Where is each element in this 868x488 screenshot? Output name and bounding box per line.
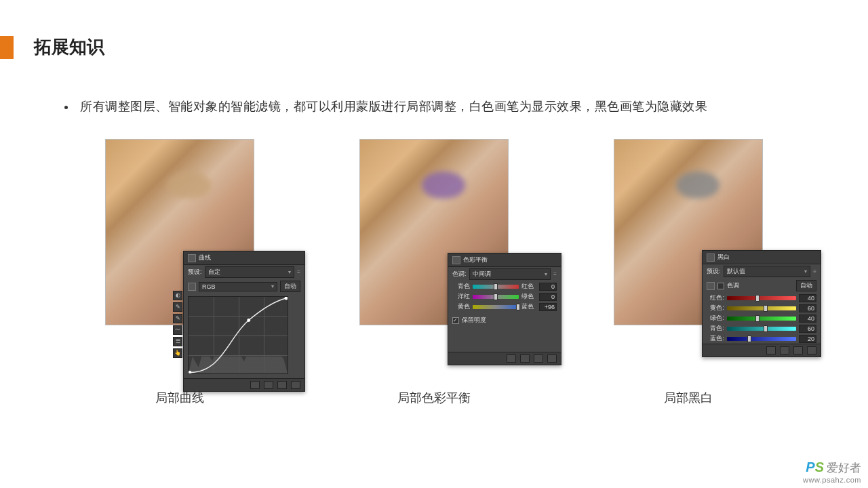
retouch-patch-3 bbox=[676, 171, 719, 199]
black-white-panel[interactable]: 黑白 预设: 默认值 ▾ ≡ 色调 bbox=[702, 250, 821, 357]
footer-icon[interactable] bbox=[520, 354, 530, 363]
footer-icon[interactable] bbox=[766, 346, 776, 354]
example-color-balance: 色彩平衡 色调: 中间调 ▾ ≡ 青色红色0洋红绿色0黄色蓝色+96 保留明度 bbox=[319, 139, 549, 406]
bw-value[interactable]: 20 bbox=[799, 335, 816, 343]
slider-thumb[interactable] bbox=[494, 283, 498, 290]
watermark-url: www.psahz.com bbox=[803, 476, 861, 484]
balance-icon bbox=[452, 256, 460, 264]
tool-icon[interactable]: ✎ bbox=[173, 302, 182, 312]
footer-icon[interactable] bbox=[534, 354, 543, 363]
cb-slider-row: 洋红绿色0 bbox=[448, 291, 561, 302]
tool-icon[interactable]: ◐ bbox=[173, 291, 182, 300]
bw-slider-row: 蓝色:20 bbox=[703, 333, 821, 344]
cb-right-label: 绿色 bbox=[521, 292, 536, 301]
preset-label: 预设: bbox=[188, 268, 202, 277]
bw-preset-row: 预设: 默认值 ▾ ≡ bbox=[703, 264, 821, 279]
slider-thumb[interactable] bbox=[516, 304, 520, 310]
chevron-down-icon: ▾ bbox=[271, 283, 274, 289]
cb-right-label: 蓝色 bbox=[521, 302, 536, 311]
bw-auto-button[interactable]: 自动 bbox=[796, 280, 816, 291]
slide-title: 拓展知识 bbox=[34, 35, 104, 59]
cb-left-label: 黄色 bbox=[452, 302, 470, 311]
example-columns: ◐ ✎ ✎ 〜 ☰ 👆 曲线 预设: 自定 bbox=[0, 139, 868, 406]
bw-value[interactable]: 40 bbox=[799, 294, 816, 302]
slider-thumb[interactable] bbox=[755, 295, 760, 302]
bw-value[interactable]: 60 bbox=[799, 325, 816, 333]
cb-spacer bbox=[448, 329, 561, 352]
finger-icon[interactable] bbox=[188, 283, 196, 291]
retouch-patch-1 bbox=[167, 171, 211, 199]
bw-preset-select[interactable]: 默认值 ▾ bbox=[724, 266, 811, 277]
footer-icon[interactable] bbox=[547, 354, 557, 363]
bw-slider[interactable] bbox=[727, 337, 796, 341]
cb-right-label: 红色 bbox=[521, 282, 536, 291]
bw-value[interactable]: 40 bbox=[799, 314, 816, 323]
cb-slider[interactable] bbox=[473, 285, 519, 289]
panel-menu-icon[interactable]: ≡ bbox=[297, 269, 300, 275]
footer-icon[interactable] bbox=[507, 354, 516, 363]
caption-3: 局部黑白 bbox=[664, 390, 713, 406]
color-balance-panel[interactable]: 色彩平衡 色调: 中间调 ▾ ≡ 青色红色0洋红绿色0黄色蓝色+96 保留明度 bbox=[448, 253, 561, 365]
caption-2: 局部色彩平衡 bbox=[397, 390, 471, 406]
bw-slider-row: 黄色:60 bbox=[703, 303, 821, 313]
footer-icon[interactable] bbox=[277, 381, 287, 389]
panel-footer bbox=[703, 344, 821, 357]
bw-slider-row: 红色:40 bbox=[703, 293, 821, 303]
cb-value[interactable]: +96 bbox=[539, 303, 557, 311]
curves-graph[interactable] bbox=[188, 296, 288, 374]
preserve-luminosity-checkbox[interactable] bbox=[452, 317, 459, 324]
tint-checkbox[interactable] bbox=[717, 283, 724, 289]
slider-thumb[interactable] bbox=[755, 315, 760, 322]
title-accent-bar bbox=[0, 36, 14, 59]
panel-menu-icon[interactable]: ≡ bbox=[813, 268, 816, 274]
curves-tool-column: ◐ ✎ ✎ 〜 ☰ 👆 bbox=[173, 291, 182, 358]
curves-channel-select[interactable]: RGB ▾ bbox=[199, 282, 277, 291]
cb-slider[interactable] bbox=[473, 305, 519, 309]
tone-value: 中间调 bbox=[473, 270, 491, 279]
finger-icon[interactable] bbox=[707, 282, 715, 290]
footer-icon[interactable] bbox=[780, 346, 789, 354]
curves-icon bbox=[188, 254, 196, 262]
curves-preset-select[interactable]: 自定 ▾ bbox=[205, 266, 295, 278]
cb-tone-select[interactable]: 中间调 ▾ bbox=[469, 268, 551, 280]
example-curves: ◐ ✎ ✎ 〜 ☰ 👆 曲线 预设: 自定 bbox=[64, 139, 295, 406]
footer-icon[interactable] bbox=[793, 346, 803, 354]
footer-icon[interactable] bbox=[264, 381, 273, 389]
footer-icon[interactable] bbox=[250, 381, 260, 389]
slider-thumb[interactable] bbox=[747, 336, 751, 342]
bw-preset-label: 预设: bbox=[707, 267, 721, 276]
tool-icon[interactable]: ☰ bbox=[173, 337, 182, 346]
cb-slider[interactable] bbox=[473, 295, 519, 299]
cb-value[interactable]: 0 bbox=[539, 293, 557, 301]
bw-value[interactable]: 60 bbox=[799, 304, 816, 312]
bullet-text: 所有调整图层、智能对象的智能滤镜，都可以利用蒙版进行局部调整，白色画笔为显示效果… bbox=[80, 98, 707, 115]
tool-icon[interactable]: 〜 bbox=[173, 325, 182, 335]
bw-slider[interactable] bbox=[727, 306, 796, 310]
bullet-dot-icon bbox=[64, 106, 68, 109]
portrait-wrap-2: 色彩平衡 色调: 中间调 ▾ ≡ 青色红色0洋红绿色0黄色蓝色+96 保留明度 bbox=[359, 139, 509, 325]
panel-menu-icon[interactable]: ≡ bbox=[553, 271, 557, 277]
bw-title: 黑白 bbox=[717, 253, 730, 262]
cb-title: 色彩平衡 bbox=[463, 256, 488, 264]
slider-thumb[interactable] bbox=[494, 293, 498, 300]
footer-icon[interactable] bbox=[807, 346, 816, 354]
bw-color-label: 蓝色: bbox=[707, 334, 724, 343]
curves-preset-row: 预设: 自定 ▾ ≡ bbox=[184, 265, 304, 279]
slider-thumb[interactable] bbox=[764, 305, 768, 312]
slider-thumb[interactable] bbox=[764, 325, 768, 332]
footer-icon[interactable] bbox=[291, 381, 300, 389]
tool-icon[interactable]: 👆 bbox=[173, 348, 182, 358]
bw-slider[interactable] bbox=[727, 296, 796, 300]
bw-slider[interactable] bbox=[727, 317, 796, 321]
bw-slider[interactable] bbox=[727, 327, 796, 331]
curves-channel-row: RGB ▾ 自动 bbox=[184, 279, 304, 293]
portrait-wrap-1: ◐ ✎ ✎ 〜 ☰ 👆 曲线 预设: 自定 bbox=[105, 139, 254, 325]
tint-label: 色调 bbox=[727, 281, 739, 290]
bw-color-label: 绿色: bbox=[707, 314, 724, 323]
cb-value[interactable]: 0 bbox=[539, 283, 557, 291]
tool-icon[interactable]: ✎ bbox=[173, 314, 182, 323]
curves-panel[interactable]: ◐ ✎ ✎ 〜 ☰ 👆 曲线 预设: 自定 bbox=[183, 251, 305, 392]
curves-header: 曲线 bbox=[184, 251, 304, 265]
auto-button[interactable]: 自动 bbox=[280, 281, 300, 292]
bw-color-label: 青色: bbox=[707, 324, 724, 333]
